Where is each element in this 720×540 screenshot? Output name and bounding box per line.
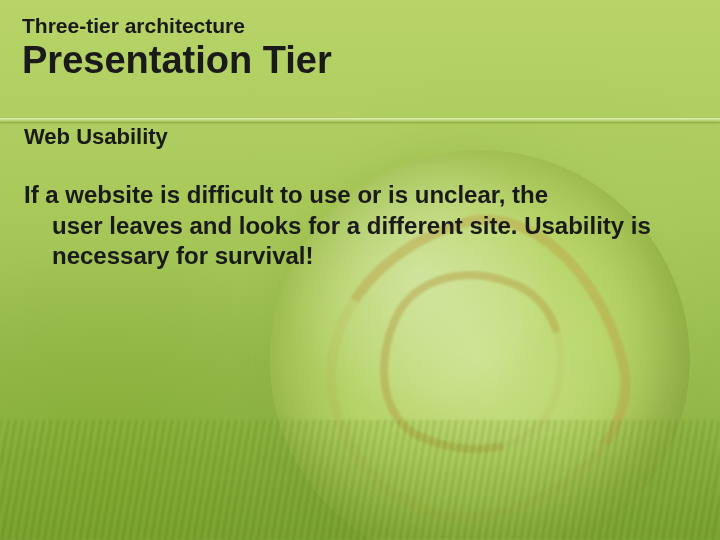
- section-subhead: Web Usability: [24, 124, 692, 150]
- grass-texture: [0, 420, 720, 540]
- slide: Three-tier architecture Presentation Tie…: [0, 0, 720, 540]
- slide-title: Presentation Tier: [22, 40, 692, 82]
- body-first-line: If a website is difficult to use or is u…: [24, 181, 548, 208]
- body-paragraph: If a website is difficult to use or is u…: [24, 180, 682, 272]
- kicker-text: Three-tier architecture: [22, 14, 692, 38]
- body-continuation: user leaves and looks for a different si…: [24, 211, 682, 272]
- content-area: Three-tier architecture Presentation Tie…: [0, 0, 720, 272]
